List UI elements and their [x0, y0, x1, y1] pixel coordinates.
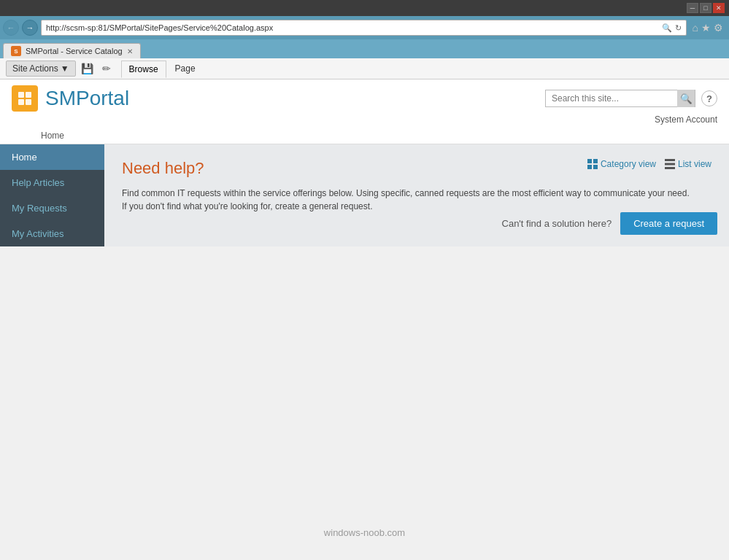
svg-rect-4: [587, 159, 592, 163]
page-description: Find common IT requests within the servi…: [122, 187, 691, 213]
svg-rect-10: [665, 167, 675, 169]
browser-nav-icons: ⌂ ★ ⚙: [690, 22, 726, 34]
system-account-label: System Account: [0, 114, 729, 128]
site-actions-label: Site Actions: [12, 63, 58, 74]
footer-watermark: windows-noob.com: [0, 527, 729, 538]
svg-rect-6: [587, 165, 592, 169]
portal-logo: SMPortal: [12, 85, 129, 112]
svg-rect-7: [593, 165, 598, 169]
maximize-button[interactable]: □: [700, 3, 711, 13]
ribbon-icon-group: 💾 ✏: [76, 61, 118, 76]
category-view-label: Category view: [601, 159, 656, 169]
site-actions-chevron: ▼: [61, 63, 69, 74]
save-icon[interactable]: 💾: [80, 61, 95, 76]
portal-breadcrumb: Home: [0, 128, 729, 144]
svg-rect-1: [26, 92, 31, 98]
edit-icon[interactable]: ✏: [99, 61, 114, 76]
minimize-button[interactable]: ─: [687, 3, 698, 13]
browser-tab-smportal[interactable]: S SMPortal - Service Catalog ✕: [3, 43, 141, 58]
window-controls[interactable]: ─ □ ✕: [687, 3, 725, 13]
ribbon-tab-browse[interactable]: Browse: [121, 61, 166, 78]
address-bar[interactable]: http://scsm-sp:81/SMPortal/SitePages/Ser…: [41, 20, 687, 36]
close-button[interactable]: ✕: [713, 3, 725, 13]
watermark-text: windows-noob.com: [324, 527, 405, 538]
main-content: Need help? Category view List view: [104, 144, 729, 246]
settings-icon[interactable]: ⚙: [714, 22, 723, 34]
list-view-button[interactable]: List view: [665, 159, 711, 169]
bottom-action-bar: Can't find a solution here? Create a req…: [502, 212, 717, 235]
tab-favicon: S: [11, 46, 21, 56]
ribbon-actions-bar: Site Actions ▼ 💾 ✏ Browse Page: [0, 58, 729, 79]
svg-rect-9: [665, 163, 675, 166]
logo-icon: [12, 85, 38, 112]
portal-header: SMPortal 🔍 ? System Account Home: [0, 79, 729, 144]
main-area: Home Help Articles My Requests My Activi…: [0, 144, 729, 246]
svg-rect-2: [18, 99, 24, 105]
tab-close-icon[interactable]: ✕: [127, 47, 133, 55]
cant-find-label: Can't find a solution here?: [502, 218, 612, 229]
search-submit-button[interactable]: 🔍: [677, 90, 695, 107]
title-bar: ─ □ ✕: [0, 0, 729, 16]
list-view-label: List view: [678, 159, 711, 169]
browser-nav-bar: ← → http://scsm-sp:81/SMPortal/SitePages…: [0, 16, 729, 39]
svg-rect-8: [665, 159, 675, 161]
portal-logo-text: SMPortal: [45, 87, 129, 110]
site-actions-button[interactable]: Site Actions ▼: [6, 61, 76, 77]
address-text: http://scsm-sp:81/SMPortal/SitePages/Ser…: [46, 23, 662, 32]
category-view-icon: [587, 159, 598, 169]
view-controls: Category view List view: [587, 159, 711, 169]
star-icon[interactable]: ★: [701, 22, 711, 34]
search-address-icon: 🔍: [662, 23, 672, 33]
search-input[interactable]: [546, 90, 677, 106]
svg-rect-5: [593, 159, 598, 163]
address-icons: 🔍 ↻: [662, 23, 682, 33]
svg-rect-0: [18, 92, 24, 98]
category-view-button[interactable]: Category view: [587, 159, 656, 169]
portal-header-right: 🔍 ?: [545, 90, 717, 107]
help-button[interactable]: ?: [701, 90, 717, 106]
search-magnifier-icon: 🔍: [680, 93, 693, 104]
sidebar-item-my-requests[interactable]: My Requests: [0, 195, 104, 221]
ribbon-tab-page[interactable]: Page: [168, 61, 203, 77]
sidebar: Home Help Articles My Requests My Activi…: [0, 144, 104, 246]
home-nav-icon[interactable]: ⌂: [693, 22, 698, 34]
ribbon: Site Actions ▼ 💾 ✏ Browse Page: [0, 58, 729, 79]
tab-title: SMPortal - Service Catalog: [26, 47, 123, 55]
sidebar-item-home[interactable]: Home: [0, 144, 104, 170]
sidebar-item-help-articles[interactable]: Help Articles: [0, 170, 104, 195]
refresh-icon[interactable]: ↻: [675, 23, 682, 33]
site-search-box[interactable]: 🔍: [545, 90, 695, 107]
tab-bar: S SMPortal - Service Catalog ✕: [0, 39, 729, 58]
sidebar-item-my-activities[interactable]: My Activities: [0, 221, 104, 246]
svg-rect-3: [26, 99, 31, 105]
create-request-button[interactable]: Create a request: [620, 212, 717, 235]
list-view-icon: [665, 159, 675, 169]
forward-button[interactable]: →: [22, 20, 38, 36]
back-button[interactable]: ←: [3, 20, 19, 36]
home-breadcrumb-link[interactable]: Home: [41, 128, 64, 144]
portal-header-top: SMPortal 🔍 ?: [0, 79, 729, 114]
ribbon-tabs: Browse Page: [118, 61, 206, 77]
